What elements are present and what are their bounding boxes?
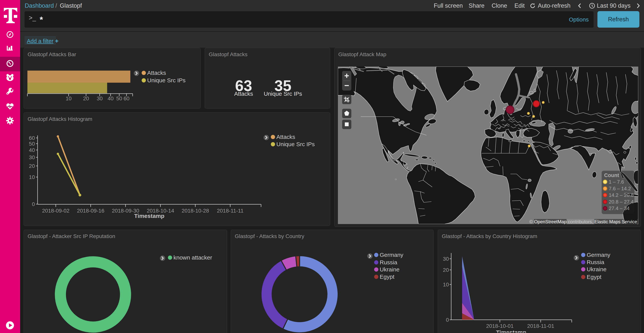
svg-text:2018-10-01: 2018-10-01 [486,323,514,329]
svg-text:Germany: Germany [587,252,610,258]
svg-text:known attacker: known attacker [174,254,212,261]
svg-text:Timestamp: Timestamp [134,213,164,219]
svg-text:10: 10 [66,96,72,102]
svg-text:Egypt: Egypt [587,274,602,280]
svg-text:0: 0 [446,317,449,323]
svg-text:20: 20 [83,96,89,102]
svg-text:Unique Src IPs: Unique Src IPs [147,77,186,84]
svg-text:10: 10 [29,174,35,180]
svg-text:Russia: Russia [380,259,397,265]
svg-text:Attacks: Attacks [147,70,166,76]
svg-text:Ukraine: Ukraine [587,266,606,272]
svg-text:40: 40 [29,147,35,153]
svg-text:Timestamp: Timestamp [496,329,526,332]
svg-text:Ukraine: Ukraine [380,266,400,272]
svg-text:30: 30 [29,154,35,160]
svg-text:50: 50 [116,96,122,102]
svg-text:2018-11-11: 2018-11-11 [217,208,244,214]
svg-text:Russia: Russia [587,259,604,265]
svg-text:50: 50 [29,141,35,147]
svg-text:30: 30 [443,256,449,262]
svg-text:2018-10-28: 2018-10-28 [182,208,209,214]
svg-text:60: 60 [124,96,130,102]
svg-text:20: 20 [29,163,35,169]
svg-text:0: 0 [32,201,35,207]
svg-text:10: 10 [443,282,449,287]
svg-text:40: 40 [108,96,114,102]
svg-text:20: 20 [443,267,449,273]
svg-text:Egypt: Egypt [380,273,394,280]
svg-text:2018-09-02: 2018-09-02 [42,208,70,214]
svg-text:Germany: Germany [380,252,403,258]
svg-text:2018-09-16: 2018-09-16 [77,208,104,214]
svg-text:Attacks: Attacks [276,134,295,140]
svg-text:2018-11-01: 2018-11-01 [527,323,554,329]
svg-text:Unique Src IPs: Unique Src IPs [276,141,315,147]
svg-text:30: 30 [96,96,102,102]
svg-text:60: 60 [29,135,35,141]
